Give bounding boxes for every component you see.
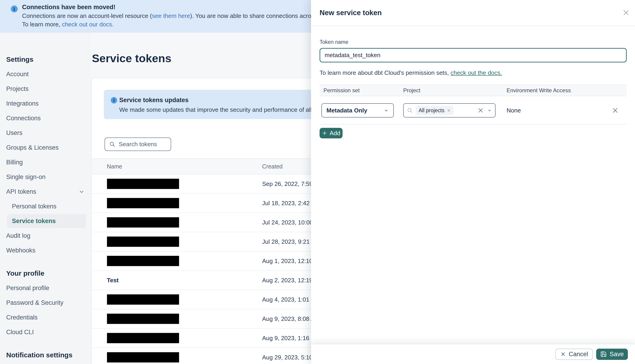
info-icon: i	[111, 97, 117, 104]
dbt-cloud-settings-screen: i Connections have been moved! Connectio…	[0, 0, 635, 364]
token-name-cell	[92, 294, 262, 305]
permission-row: Metadata Only All projects	[320, 96, 627, 124]
token-name-label: Token name	[320, 39, 627, 45]
redacted-token-name	[107, 236, 179, 247]
project-chip-all-projects[interactable]: All projects	[416, 106, 454, 115]
sidebar-item-personal-profile[interactable]: Personal profile	[0, 281, 91, 296]
drawer-body: Token name To learn more about dbt Cloud…	[311, 26, 635, 138]
search-tokens-box[interactable]	[105, 138, 171, 151]
check-out-our-docs-link[interactable]: check out our docs.	[62, 21, 114, 28]
remove-row-icon[interactable]	[612, 107, 618, 114]
project-multiselect[interactable]: All projects	[403, 103, 496, 118]
drawer-title: New service token	[320, 9, 382, 17]
sidebar-item-billing[interactable]: Billing	[0, 155, 91, 170]
redacted-token-name	[107, 294, 179, 305]
chevron-down-icon	[79, 189, 84, 194]
token-name-cell	[92, 352, 262, 362]
sidebar-item-projects[interactable]: Projects	[0, 82, 91, 96]
permission-set-select[interactable]: Metadata Only	[322, 103, 394, 118]
sidebar-item-account[interactable]: Account	[0, 67, 91, 82]
sidebar-label: Service tokens	[12, 218, 56, 225]
sidebar-item-personal-tokens[interactable]: Personal tokens	[0, 199, 91, 214]
sidebar-label: Personal tokens	[12, 203, 57, 210]
sidebar-label: Integrations	[6, 100, 39, 107]
sidebar-label: Groups & Licenses	[6, 144, 59, 151]
sidebar-label: Single sign-on	[6, 174, 46, 180]
sidebar-label: Account	[6, 71, 29, 78]
sidebar-heading-settings: Settings	[0, 52, 91, 67]
permission-set-value: Metadata Only	[327, 107, 367, 114]
info-icon: i	[11, 6, 18, 12]
token-name-cell	[92, 333, 262, 343]
environment-write-access-value: None	[507, 107, 604, 114]
cancel-button[interactable]: Cancel	[555, 348, 593, 360]
search-icon	[407, 108, 413, 114]
save-button[interactable]: Save	[596, 348, 628, 360]
sidebar-item-users[interactable]: Users	[0, 126, 91, 140]
search-input[interactable]	[119, 141, 165, 148]
chevron-down-icon[interactable]	[487, 108, 492, 113]
drawer-footer: Cancel Save	[311, 344, 635, 364]
token-name-input[interactable]	[320, 48, 627, 62]
token-name-cell	[92, 314, 262, 324]
sidebar-label: Users	[6, 130, 23, 136]
sidebar-label: Projects	[6, 86, 29, 92]
column-header-name: Name	[92, 163, 262, 170]
sidebar-item-service-tokens[interactable]: Service tokens	[7, 214, 86, 228]
sidebar-item-password-security[interactable]: Password & Security	[0, 296, 91, 310]
token-name-cell	[92, 198, 262, 208]
sidebar-item-cloud-cli[interactable]: Cloud CLI	[0, 325, 91, 340]
settings-sidebar: SettingsAccountProjectsIntegrationsConne…	[0, 32, 91, 364]
close-icon	[560, 352, 566, 357]
drawer-header: New service token	[311, 0, 635, 26]
page-title: Service tokens	[92, 52, 171, 65]
check-out-the-docs-link[interactable]: check out the docs.	[451, 69, 502, 76]
redacted-token-name	[107, 217, 179, 228]
sidebar-heading-your-profile: Your profile	[0, 266, 91, 281]
sidebar-item-connections[interactable]: Connections	[0, 111, 91, 126]
close-icon[interactable]	[621, 8, 631, 18]
notice-title: Service tokens updates	[119, 96, 189, 104]
chevron-down-icon	[384, 108, 389, 113]
sidebar-label: Notification settings	[6, 351, 72, 359]
sidebar-item-api-tokens[interactable]: API tokens	[0, 184, 91, 199]
sidebar-item-groups-licenses[interactable]: Groups & Licenses	[0, 140, 91, 155]
sidebar-label: Credentials	[6, 314, 38, 321]
redacted-token-name	[107, 314, 179, 324]
sidebar-label: Your profile	[6, 270, 44, 277]
redacted-token-name	[107, 333, 179, 343]
token-name-cell	[92, 217, 262, 228]
add-permission-button[interactable]: Add	[320, 128, 343, 138]
token-name-cell	[92, 178, 262, 189]
clear-selection-icon[interactable]	[478, 108, 484, 114]
sidebar-label: API tokens	[6, 188, 36, 195]
sidebar-item-integrations[interactable]: Integrations	[0, 96, 91, 111]
sidebar-label: Webhooks	[6, 247, 35, 254]
sidebar-item-credentials[interactable]: Credentials	[0, 310, 91, 325]
sidebar-label: Connections	[6, 115, 41, 122]
column-header-environment-write-access: Environment Write Access	[507, 87, 604, 94]
redacted-token-name	[107, 178, 179, 189]
save-icon	[600, 351, 607, 357]
see-them-here-link[interactable]: see them here	[152, 12, 190, 19]
redacted-token-name	[107, 198, 179, 208]
chip-remove-icon[interactable]	[447, 109, 451, 112]
column-header-project: Project	[403, 87, 507, 94]
token-name-cell: Test	[92, 277, 262, 284]
sidebar-item-audit-log[interactable]: Audit log	[0, 228, 91, 243]
permission-docs-line: To learn more about dbt Cloud's permissi…	[320, 69, 627, 76]
sidebar-label: Personal profile	[6, 284, 49, 292]
sidebar-item-single-sign-on[interactable]: Single sign-on	[0, 170, 91, 184]
redacted-token-name	[107, 352, 179, 362]
token-name-cell	[92, 236, 262, 247]
sidebar-label: Billing	[6, 159, 23, 166]
plus-icon	[322, 130, 327, 136]
column-header-permission-set: Permission set	[320, 87, 403, 94]
sidebar-item-webhooks[interactable]: Webhooks	[0, 243, 91, 258]
sidebar-label: Cloud CLI	[6, 329, 34, 336]
sidebar-heading-notification-settings: Notification settings	[0, 348, 91, 362]
sidebar-label: Password & Security	[6, 299, 63, 306]
permissions-table-header: Permission set Project Environment Write…	[320, 85, 627, 96]
redacted-token-name	[107, 256, 179, 266]
sidebar-label: Audit log	[6, 232, 30, 240]
